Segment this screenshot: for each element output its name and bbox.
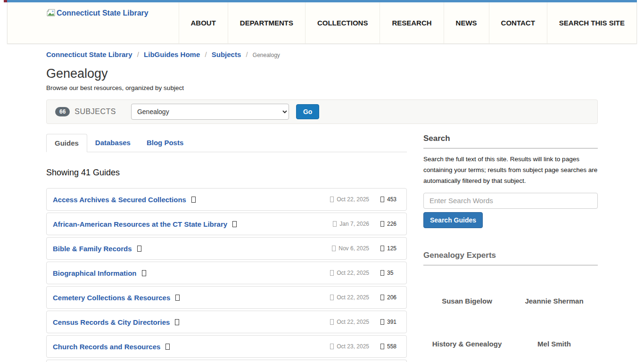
guide-views: 206 [380,294,400,301]
guides-count-text: Showing 41 Guides [46,168,407,178]
views-icon [380,319,384,325]
guide-views: 453 [380,196,400,203]
site-logo-text: Connecticut State Library [57,9,149,17]
tabs: Guides Databases Blog Posts [46,134,407,152]
guide-updated-date: Oct 22, 2025 [337,319,369,325]
guide-views-count: 125 [387,245,396,252]
guide-views-count: 391 [387,319,396,325]
guide-views-count: 35 [387,270,393,276]
top-strip-spacer [0,0,4,2]
expert-name-link[interactable]: Susan Bigelow [442,297,492,305]
guide-views-count: 206 [387,294,396,301]
nav-item-departments[interactable]: DEPARTMENTS [228,2,305,43]
guide-title-link[interactable]: Biographical Information [53,269,137,277]
main-nav: ABOUT DEPARTMENTS COLLECTIONS RESEARCH N… [179,2,636,43]
expert-card: Mel Smith [511,314,598,348]
views-icon [380,246,384,251]
guide-updated: Jan 7, 2026 [333,221,369,227]
guide-title-link[interactable]: Access Archives & Secured Collections [53,196,186,204]
subject-select[interactable]: Genealogy [131,104,289,120]
page-title: Genealogy [46,66,598,81]
guide-views: 125 [380,245,400,252]
guide-views: 226 [380,221,400,227]
guide-meta: Oct 22, 2025 453 [330,196,400,203]
guide-link-icon [232,221,237,227]
guide-link-icon [165,344,170,350]
guide-updated-date: Nov 6, 2025 [339,245,369,252]
breadcrumb-link-libguides[interactable]: LibGuides Home [144,50,200,58]
experts-heading: Genealogy Experts [423,251,598,265]
subjects-label: SUBJECTS [74,107,116,116]
nav-item-news[interactable]: NEWS [444,2,489,43]
site-logo-link[interactable]: Connecticut State Library [46,9,149,43]
guide-updated-date: Oct 23, 2025 [337,343,369,350]
guide-updated: Nov 6, 2025 [332,245,369,252]
expert-avatar [511,314,598,340]
nav-item-research[interactable]: RESEARCH [380,2,443,43]
sidebar-experts-section: Genealogy Experts Susan Bigelow Jeannie … [423,251,598,357]
tab-blog-posts[interactable]: Blog Posts [139,134,191,152]
views-icon [380,221,384,227]
expert-avatar [423,271,511,297]
breadcrumb-link-library[interactable]: Connecticut State Library [46,50,132,58]
expert-avatar [511,271,598,297]
views-icon [380,197,384,202]
expert-name-link[interactable]: Mel Smith [537,340,571,348]
guide-card: Census Records & City Directories Oct 22… [46,311,407,333]
nav-item-collections[interactable]: COLLECTIONS [305,2,380,43]
main-column: Guides Databases Blog Posts Showing 41 G… [46,134,407,362]
guide-link-icon [137,246,141,252]
tab-guides[interactable]: Guides [46,134,87,152]
breadcrumb-separator: / [205,50,206,58]
nav-item-about[interactable]: ABOUT [179,2,228,43]
calendar-icon [332,246,336,251]
guide-updated: Oct 22, 2025 [330,319,369,325]
expert-name-link[interactable]: History & Genealogy [432,340,502,348]
guide-card: Church Records and Resources Oct 23, 202… [46,335,407,358]
guide-updated: Oct 22, 2025 [330,294,369,301]
guide-views-count: 226 [387,221,396,227]
expert-card: History & Genealogy [423,314,511,348]
guide-views: 35 [380,270,400,276]
guide-meta: Oct 22, 2025 35 [330,270,400,276]
views-icon [380,344,384,349]
views-icon [380,295,384,300]
search-input[interactable] [423,193,598,209]
breadcrumb-separator: / [137,50,139,58]
guide-updated: Oct 22, 2025 [330,196,369,203]
guide-link-icon [175,295,180,301]
guide-title-link[interactable]: Cemetery Collections & Resources [53,294,170,302]
nav-item-contact[interactable]: CONTACT [489,2,547,43]
breadcrumb-link-subjects[interactable]: Subjects [212,50,241,58]
go-button[interactable]: Go [296,104,319,119]
nav-item-search-this-site[interactable]: SEARCH THIS SITE [547,2,636,43]
guide-meta: Oct 22, 2025 391 [330,319,400,325]
search-description: Search the full text of this site. Resul… [423,154,598,187]
expert-name-link[interactable]: Jeannie Sherman [525,297,583,305]
guide-title-link[interactable]: African-American Resources at the CT Sta… [53,220,227,228]
sidebar-search-section: Search Search the full text of this site… [423,134,598,228]
guide-list: Access Archives & Secured Collections Oc… [46,188,407,358]
guide-card: Bible & Family Records Nov 6, 2025 125 [46,237,407,260]
calendar-icon [330,344,334,349]
search-heading: Search [423,134,598,148]
guide-title-link[interactable]: Census Records & City Directories [53,318,170,326]
sidebar: Search Search the full text of this site… [423,134,598,362]
search-guides-button[interactable]: Search Guides [423,212,483,228]
guide-card: Cemetery Collections & Resources Oct 22,… [46,286,407,309]
guide-meta: Jan 7, 2026 226 [333,221,400,227]
guide-title-link[interactable]: Bible & Family Records [53,245,132,253]
page-subtitle: Browse our best resources, organized by … [46,84,598,91]
calendar-icon [330,319,334,325]
guide-views-count: 558 [387,343,396,350]
calendar-icon [330,295,334,300]
guide-meta: Oct 22, 2025 206 [330,294,400,301]
guide-title-link[interactable]: Church Records and Resources [53,343,160,351]
guide-updated-date: Jan 7, 2026 [339,221,369,227]
guide-updated: Oct 23, 2025 [330,343,369,350]
tab-databases[interactable]: Databases [87,134,139,152]
expert-card: Jeannie Sherman [511,271,598,305]
breadcrumb-current: Genealogy [253,52,280,58]
guide-updated-date: Oct 22, 2025 [337,270,369,276]
guide-views-count: 453 [387,196,396,203]
